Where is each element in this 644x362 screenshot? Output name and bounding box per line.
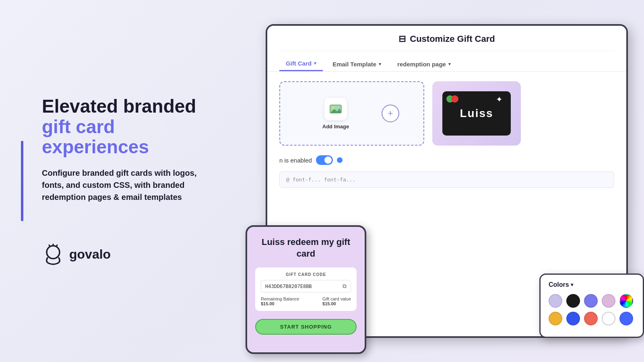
swatch-black[interactable] bbox=[566, 294, 580, 308]
tab-redemption-page[interactable]: redemption page ▾ bbox=[391, 57, 457, 71]
image-icon-wrapper bbox=[324, 98, 347, 120]
logo-area: govalo bbox=[32, 243, 209, 266]
gift-card-code-input[interactable]: H43DD67B8207E8BB ⧉ bbox=[261, 280, 351, 292]
swatch-pink-lavender[interactable] bbox=[602, 294, 615, 308]
dot-red bbox=[451, 95, 458, 103]
colors-header: Colors ▾ bbox=[549, 281, 635, 288]
gift-card-star: ✦ bbox=[496, 95, 503, 104]
colors-chevron: ▾ bbox=[571, 282, 573, 288]
color-row-1 bbox=[549, 294, 635, 308]
browser-row2: n is enabled @ font-f... font-fa... bbox=[267, 155, 626, 196]
add-image-area: Add Image bbox=[322, 98, 349, 130]
balance-row: Remaining Balance $15.00 Gift card value… bbox=[261, 296, 351, 306]
gift-card-value: Gift card value $15.00 bbox=[322, 296, 351, 306]
toggle-row: n is enabled bbox=[279, 155, 614, 165]
swatch-blue-dark[interactable] bbox=[566, 312, 580, 325]
colors-card: Colors ▾ bbox=[539, 274, 644, 338]
right-panel: ⊟ Customize Gift Card Gift Card ▾ Email … bbox=[233, 0, 644, 362]
add-image-label: Add Image bbox=[322, 123, 349, 130]
swatch-purple[interactable] bbox=[584, 294, 598, 308]
left-panel: Elevated branded gift card experiences C… bbox=[0, 0, 233, 362]
remaining-balance: Remaining Balance $15.00 bbox=[261, 296, 299, 306]
gift-card-preview: Luiss ✦ bbox=[432, 81, 521, 146]
browser-header: ⊟ Customize Gift Card Gift Card ▾ Email … bbox=[267, 26, 626, 72]
tab-redemption-chevron: ▾ bbox=[448, 62, 451, 67]
headline: Elevated branded gift card experiences bbox=[42, 96, 209, 157]
gift-card-code-section: GIFT CARD CODE H43DD67B8207E8BB ⧉ Remain… bbox=[255, 267, 357, 311]
tab-email-template[interactable]: Email Template ▾ bbox=[326, 57, 388, 71]
css-input-area[interactable]: @ font-f... font-fa... bbox=[279, 171, 614, 188]
accent-bar bbox=[21, 141, 23, 221]
start-shopping-button[interactable]: START SHOPPING bbox=[255, 319, 357, 335]
card-drop-zone[interactable]: Add Image + bbox=[279, 81, 424, 146]
copy-icon: ⧉ bbox=[343, 283, 347, 290]
browser-title-bar: ⊟ Customize Gift Card bbox=[279, 34, 614, 51]
svg-line-3 bbox=[56, 245, 57, 247]
browser-tabs: Gift Card ▾ Email Template ▾ redemption … bbox=[279, 51, 614, 71]
svg-point-0 bbox=[47, 246, 60, 259]
browser-title: Customize Gift Card bbox=[410, 34, 495, 44]
color-row-2 bbox=[549, 312, 635, 325]
toggle-knob bbox=[324, 156, 332, 164]
redemption-title: Luiss redeem my gift card bbox=[255, 237, 357, 259]
swatch-lavender[interactable] bbox=[549, 294, 562, 308]
redemption-card: Luiss redeem my gift card GIFT CARD CODE… bbox=[246, 225, 366, 354]
svg-point-5 bbox=[332, 107, 334, 109]
gift-card-name: Luiss bbox=[460, 107, 493, 120]
logo-text: govalo bbox=[69, 247, 111, 262]
toggle-dot bbox=[337, 157, 343, 163]
swatch-coral[interactable] bbox=[584, 312, 598, 325]
tab-email-chevron: ▾ bbox=[379, 62, 381, 67]
swatch-rainbow[interactable] bbox=[619, 294, 633, 308]
toggle-switch[interactable] bbox=[316, 155, 333, 165]
tab-gift-card[interactable]: Gift Card ▾ bbox=[279, 57, 323, 71]
svg-line-2 bbox=[49, 245, 50, 247]
subtext: Configure branded gift cards with logos,… bbox=[42, 167, 209, 203]
filter-icon: ⊟ bbox=[398, 34, 406, 44]
swatch-white[interactable] bbox=[602, 312, 615, 325]
plus-circle[interactable]: + bbox=[382, 105, 399, 122]
tab-gift-card-chevron: ▾ bbox=[314, 61, 316, 66]
swatch-blue[interactable] bbox=[619, 312, 633, 325]
image-icon bbox=[329, 103, 342, 115]
color-swatches bbox=[549, 294, 635, 325]
swatch-yellow[interactable] bbox=[549, 312, 562, 325]
govalo-logo-icon bbox=[42, 243, 64, 266]
gift-card-inner: Luiss ✦ bbox=[442, 91, 511, 136]
gift-card-code-label: GIFT CARD CODE bbox=[261, 272, 351, 277]
browser-content: Add Image + Luiss ✦ bbox=[267, 72, 626, 155]
